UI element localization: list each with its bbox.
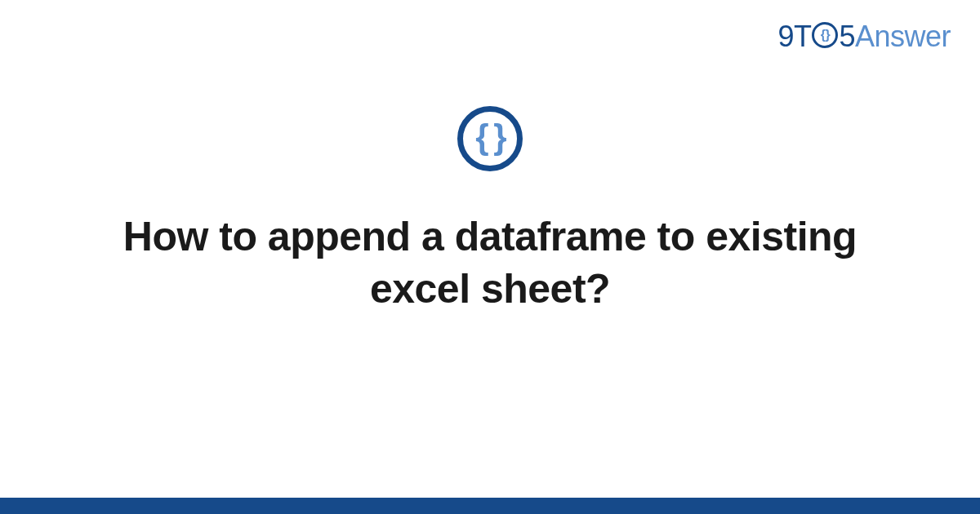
logo-text-answer: Answer — [855, 20, 951, 54]
footer-bar — [0, 498, 980, 514]
main-content: { } How to append a dataframe to existin… — [0, 106, 980, 315]
logo-text-5: 5 — [839, 20, 855, 54]
braces-glyph: { } — [475, 120, 504, 154]
question-title: How to append a dataframe to existing ex… — [122, 210, 858, 315]
logo-text-9t: 9T — [777, 20, 811, 54]
site-logo: 9T {} 5 Answer — [777, 20, 951, 54]
code-braces-icon: { } — [457, 106, 523, 171]
logo-circle-icon: {} — [812, 22, 838, 48]
